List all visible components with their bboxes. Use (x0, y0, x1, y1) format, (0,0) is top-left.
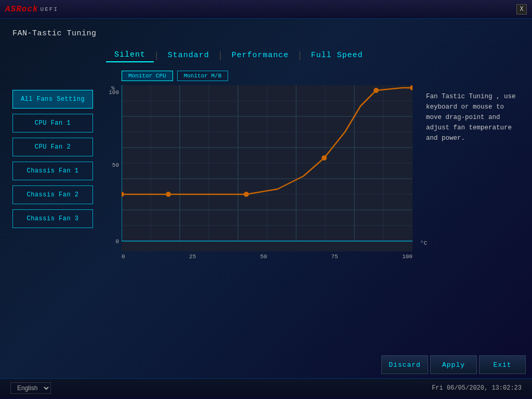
y-label-0: 0 (115, 238, 119, 245)
exit-button[interactable]: Exit (479, 355, 526, 374)
content-row: All Fans Setting CPU Fan 1 CPU Fan 2 Cha… (12, 48, 520, 260)
action-buttons: Discard Apply Exit (381, 355, 526, 374)
apply-button[interactable]: Apply (430, 355, 477, 374)
page-title: FAN-Tastic Tuning (12, 29, 520, 38)
main-content: FAN-Tastic Tuning All Fans Setting CPU F… (0, 19, 532, 378)
sidebar-item-chassis-fan-1[interactable]: Chassis Fan 1 (12, 162, 93, 180)
svg-point-22 (166, 192, 171, 197)
y-axis: % 100 50 0 (106, 85, 122, 251)
tab-sep-3: | (297, 50, 303, 61)
language-select[interactable]: English (10, 382, 51, 394)
logo: ASRock (5, 5, 38, 14)
status-bar: English Fri 06/05/2020, 13:02:23 (0, 378, 532, 397)
x-label-25: 25 (189, 254, 196, 260)
tab-sep-2: | (218, 50, 223, 61)
tab-performance[interactable]: Performance (223, 49, 297, 62)
datetime-display: Fri 06/05/2020, 13:02:23 (432, 384, 522, 392)
logo-brand: ASRock (5, 5, 38, 14)
graph-area[interactable]: °C (122, 85, 413, 251)
tab-full-speed[interactable]: Full Speed (303, 49, 371, 62)
x-label-50: 50 (260, 254, 267, 260)
tab-bar: Silent | Standard | Performance | Full S… (106, 48, 520, 62)
x-label-0: 0 (122, 254, 125, 260)
description-text: Fan Tastic Tuning , use keyboard or mous… (426, 91, 520, 143)
y-label-100: 100 (109, 89, 119, 96)
x-label-75: 75 (331, 254, 338, 260)
top-bar: ASRock UEFI X (0, 0, 532, 19)
discard-button[interactable]: Discard (381, 355, 428, 374)
sidebar-item-all-fans[interactable]: All Fans Setting (12, 90, 93, 109)
sidebar-item-cpu-fan-1[interactable]: CPU Fan 1 (12, 114, 93, 132)
sidebar-item-chassis-fan-3[interactable]: Chassis Fan 3 (12, 209, 93, 228)
tab-silent[interactable]: Silent (106, 48, 154, 62)
tab-sep-1: | (154, 50, 159, 61)
monitor-cpu-button[interactable]: Monitor CPU (122, 71, 173, 81)
svg-point-24 (322, 155, 327, 161)
monitor-buttons: Monitor CPU Monitor M/B (106, 71, 520, 81)
svg-point-23 (244, 192, 249, 197)
close-button[interactable]: X (516, 4, 527, 15)
graph-svg (122, 85, 413, 251)
sidebar: All Fans Setting CPU Fan 1 CPU Fan 2 Cha… (12, 90, 96, 260)
monitor-mb-button[interactable]: Monitor M/B (177, 71, 229, 81)
sidebar-item-cpu-fan-2[interactable]: CPU Fan 2 (12, 138, 93, 156)
svg-point-25 (374, 88, 379, 93)
x-unit-label: °C (420, 240, 427, 246)
sidebar-item-chassis-fan-2[interactable]: Chassis Fan 2 (12, 185, 93, 204)
x-label-100: 100 (402, 254, 413, 260)
chart-container: Silent | Standard | Performance | Full S… (106, 48, 520, 260)
y-label-50: 50 (112, 162, 119, 168)
uefi-label: UEFI (41, 6, 58, 12)
x-axis: 0 25 50 75 100 (106, 254, 413, 260)
tab-standard[interactable]: Standard (159, 49, 218, 62)
